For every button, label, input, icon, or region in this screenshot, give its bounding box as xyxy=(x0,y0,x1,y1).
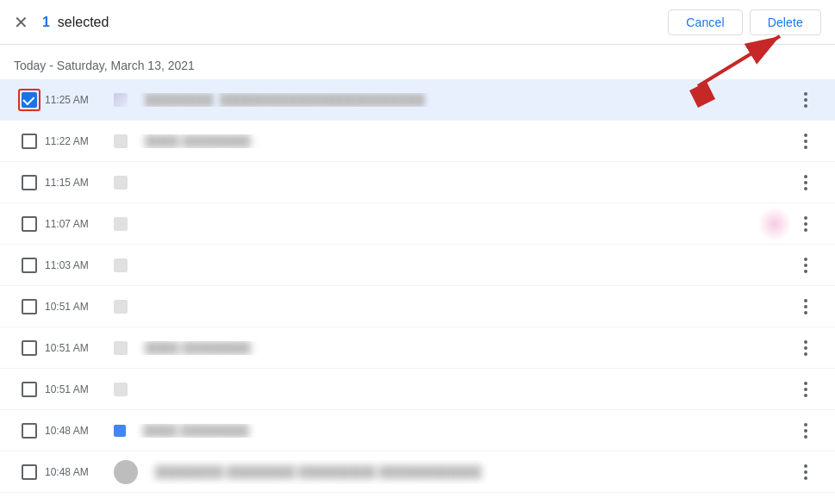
favicon-icon xyxy=(114,258,128,272)
three-dot-icon xyxy=(804,299,807,314)
three-dot-icon xyxy=(804,464,807,480)
row-checkbox[interactable] xyxy=(22,258,37,273)
more-options-button[interactable] xyxy=(790,126,821,157)
checkbox-wrapper xyxy=(14,340,45,356)
row-checkbox[interactable] xyxy=(22,423,37,439)
item-title: ████ ████████ xyxy=(145,341,251,355)
avatar xyxy=(114,460,138,484)
top-bar-left: ✕ 1 selected xyxy=(14,14,109,31)
item-title: ████████ ████████████████████████ xyxy=(145,93,425,107)
checkbox-wrapper xyxy=(14,299,45,314)
item-time: 11:07 AM xyxy=(45,218,114,230)
favicon-icon xyxy=(114,341,128,355)
three-dot-icon xyxy=(804,340,807,356)
more-options-button[interactable] xyxy=(790,167,821,198)
close-icon[interactable]: ✕ xyxy=(14,14,28,31)
item-time: 10:51 AM xyxy=(45,383,114,395)
row-checkbox[interactable] xyxy=(22,134,37,149)
more-options-button[interactable] xyxy=(790,250,821,281)
item-time: 11:15 AM xyxy=(45,177,114,189)
checkbox-wrapper xyxy=(14,175,45,190)
table-row: 10:51 AM ████ ████████ xyxy=(0,327,835,369)
checkbox-wrapper xyxy=(14,382,45,397)
favicon-icon xyxy=(114,383,128,396)
table-row: 11:22 AM ████ ████████ xyxy=(0,121,835,162)
selected-word: selected xyxy=(58,15,109,29)
item-content: ████ ████████ xyxy=(114,134,790,148)
item-content xyxy=(114,300,790,314)
favicon-icon xyxy=(114,176,128,190)
table-row: 11:03 AM xyxy=(0,245,835,286)
item-content: ████ ████████ xyxy=(114,424,790,438)
more-options-button[interactable] xyxy=(790,333,821,364)
item-time: 10:48 AM xyxy=(45,425,114,437)
item-time: 11:03 AM xyxy=(45,259,114,271)
more-options-button[interactable] xyxy=(790,208,821,240)
checkbox-wrapper xyxy=(14,464,45,480)
item-content: ████ ████████ xyxy=(114,341,790,355)
favicon-icon xyxy=(114,217,128,231)
checkbox-wrapper xyxy=(14,423,45,439)
item-title: ████ ████████ xyxy=(143,424,249,438)
item-title: ████████ ████████ █████████ ████████████ xyxy=(155,465,482,479)
row-checkbox[interactable] xyxy=(22,92,37,108)
table-row: 11:15 AM xyxy=(0,162,835,203)
item-content xyxy=(114,258,790,272)
delete-button[interactable]: Delete xyxy=(750,9,821,35)
checkbox-wrapper xyxy=(14,134,45,149)
item-content xyxy=(114,217,790,231)
top-bar-actions: Cancel Delete xyxy=(668,9,821,35)
row-checkbox[interactable] xyxy=(22,382,37,397)
three-dot-icon xyxy=(804,92,807,108)
three-dot-icon xyxy=(804,258,807,273)
history-list: 11:25 AM ████████ ██████████████████████… xyxy=(0,79,835,493)
item-content: ████████ ████████████████████████ xyxy=(114,93,790,107)
table-row: 10:51 AM xyxy=(0,369,835,410)
table-row: 10:48 AM ████████ ████████ █████████ ███… xyxy=(0,451,835,493)
three-dot-icon xyxy=(804,134,807,149)
more-options-button[interactable] xyxy=(790,374,821,405)
table-row: 11:07 AM xyxy=(0,203,835,245)
table-row: 11:25 AM ████████ ██████████████████████… xyxy=(0,79,835,121)
three-dot-icon xyxy=(804,423,807,439)
checkbox-wrapper xyxy=(14,258,45,273)
favicon-icon xyxy=(114,93,128,107)
favicon-icon xyxy=(114,425,126,437)
favicon-icon xyxy=(114,134,128,148)
date-header: Today - Saturday, March 13, 2021 xyxy=(0,45,835,79)
more-options-button[interactable] xyxy=(790,457,821,488)
three-dot-icon xyxy=(804,216,807,232)
more-options-button[interactable] xyxy=(790,415,821,446)
checkbox-wrapper xyxy=(14,216,45,232)
item-time: 11:25 AM xyxy=(45,94,114,106)
table-row: 10:48 AM ████ ████████ xyxy=(0,410,835,451)
item-time: 10:48 AM xyxy=(45,466,114,478)
item-content xyxy=(114,383,790,396)
top-bar: ✕ 1 selected Cancel Delete xyxy=(0,0,835,45)
checkbox-wrapper xyxy=(14,89,45,111)
item-content xyxy=(114,176,790,190)
favicon-icon xyxy=(114,300,128,314)
selected-count-label: 1 selected xyxy=(42,15,109,30)
more-options-button[interactable] xyxy=(790,291,821,322)
row-checkbox[interactable] xyxy=(22,464,37,480)
table-row: 10:51 AM xyxy=(0,286,835,327)
item-content: ████████ ████████ █████████ ████████████ xyxy=(114,460,790,484)
row-checkbox[interactable] xyxy=(22,299,37,314)
item-time: 10:51 AM xyxy=(45,342,114,354)
row-checkbox[interactable] xyxy=(22,175,37,190)
three-dot-icon xyxy=(804,175,807,190)
item-time: 10:51 AM xyxy=(45,301,114,313)
item-time: 11:22 AM xyxy=(45,135,114,147)
row-checkbox[interactable] xyxy=(22,216,37,232)
checkbox-highlight xyxy=(18,89,41,111)
count-number: 1 xyxy=(42,15,50,29)
three-dot-icon xyxy=(804,382,807,397)
row-checkbox[interactable] xyxy=(22,340,37,356)
item-title: ████ ████████ xyxy=(145,134,251,148)
cancel-button[interactable]: Cancel xyxy=(668,9,742,35)
more-options-button[interactable] xyxy=(790,84,821,115)
